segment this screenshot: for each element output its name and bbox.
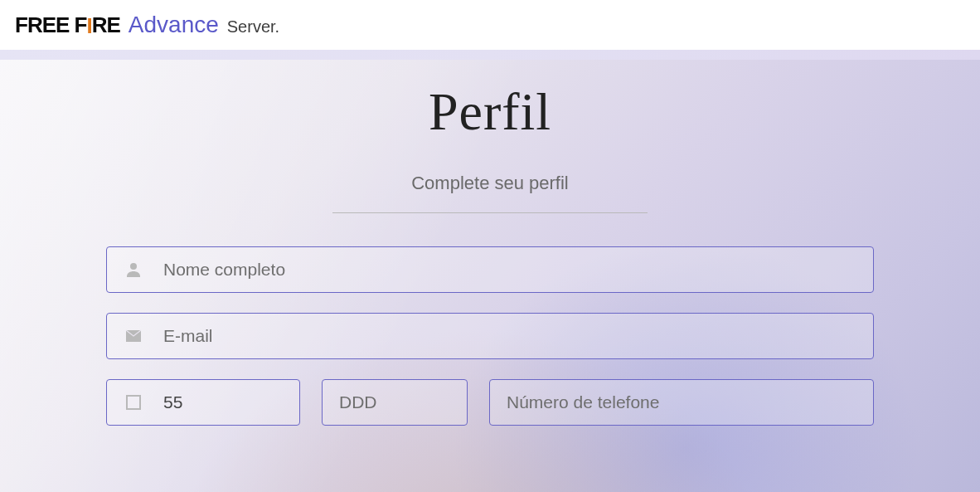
brand-text-part2: RE [92, 12, 120, 38]
content-area: Perfil Complete seu perfil [0, 60, 980, 492]
header-divider-band [0, 50, 980, 60]
svg-rect-2 [127, 396, 140, 409]
full-name-input[interactable] [163, 260, 858, 280]
country-code-field[interactable] [106, 379, 300, 426]
brand-logo: FREE F I RE Advance Server. [15, 12, 279, 38]
full-name-field[interactable] [106, 246, 874, 293]
brand-text-part1: FREE F [15, 12, 86, 38]
phone-number-input[interactable] [507, 392, 856, 412]
email-field[interactable] [106, 313, 874, 359]
page-subtitle: Complete seu perfil [0, 173, 980, 194]
email-input[interactable] [163, 326, 858, 346]
brand-freefire: FREE F I RE [15, 12, 120, 38]
person-icon [122, 258, 145, 281]
brand-text-accent: I [86, 13, 91, 39]
svg-point-0 [130, 263, 137, 270]
ddd-field[interactable] [322, 379, 468, 426]
header-bar: FREE F I RE Advance Server. [0, 0, 980, 50]
email-icon [122, 324, 145, 348]
profile-form [106, 246, 874, 426]
flag-icon [122, 391, 145, 414]
subtitle-rule [332, 212, 648, 213]
brand-advance: Advance [129, 12, 219, 38]
profile-panel: Perfil Complete seu perfil [0, 60, 980, 426]
phone-number-field[interactable] [489, 379, 874, 426]
phone-row [106, 379, 874, 426]
brand-server: Server. [227, 17, 279, 37]
page-title: Perfil [0, 81, 980, 143]
